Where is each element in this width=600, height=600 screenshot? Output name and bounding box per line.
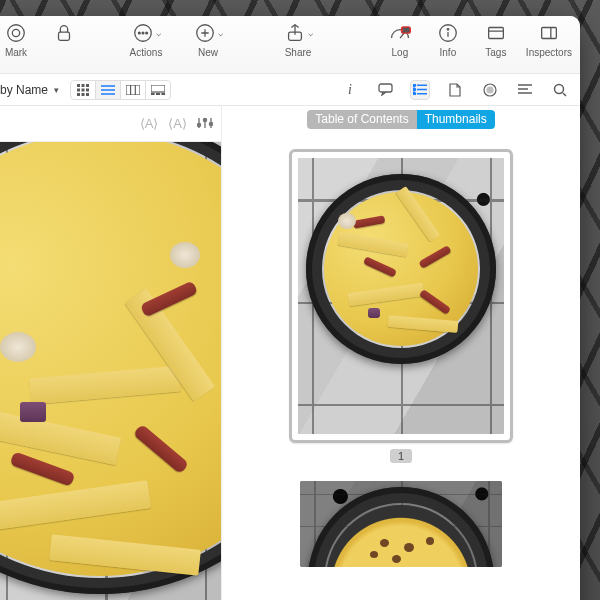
thumbnail-1[interactable]	[289, 149, 513, 443]
share-button[interactable]: ⌵ Share	[272, 22, 324, 58]
svg-rect-17	[86, 84, 89, 87]
share-label: Share	[285, 47, 312, 58]
svg-rect-24	[126, 85, 140, 95]
svg-rect-21	[77, 93, 80, 96]
thumbnail-2[interactable]	[300, 481, 502, 567]
thumbnail-list[interactable]: 1	[222, 135, 580, 579]
list-view-button[interactable]	[95, 80, 121, 100]
mark-label: Mark	[5, 47, 27, 58]
sliders-icon[interactable]	[197, 116, 213, 132]
text-style-bar: ⟨A⟩ ⟨A⟩	[0, 106, 221, 142]
svg-point-30	[413, 84, 415, 86]
document-preview[interactable]	[0, 142, 221, 600]
svg-point-5	[142, 32, 144, 34]
svg-rect-18	[77, 88, 80, 91]
svg-point-0	[8, 25, 25, 42]
right-pane: Table of Contents Thumbnails	[222, 106, 580, 600]
tab-toc[interactable]: Table of Contents	[307, 110, 416, 129]
new-label: New	[198, 47, 218, 58]
chevron-down-icon: ⌵	[218, 28, 223, 38]
svg-point-35	[555, 84, 564, 93]
columns-view-button[interactable]	[120, 80, 146, 100]
svg-point-32	[413, 93, 415, 95]
svg-point-12	[447, 29, 448, 30]
info-icon: i	[348, 82, 352, 98]
svg-point-37	[203, 118, 206, 121]
svg-rect-19	[82, 88, 85, 91]
grid-view-button[interactable]	[70, 80, 96, 100]
flag-circle-icon	[5, 22, 27, 44]
inspectors-label: Inspectors	[526, 47, 572, 58]
left-pane: ⟨A⟩ ⟨A⟩	[0, 106, 222, 600]
svg-rect-20	[86, 88, 89, 91]
comment-icon	[378, 83, 393, 96]
tags-button[interactable]: Tags	[478, 22, 514, 58]
speedometer-icon: 28	[389, 22, 411, 44]
lock-icon	[53, 22, 75, 44]
svg-rect-28	[162, 93, 165, 95]
svg-rect-27	[157, 93, 160, 95]
lines-icon	[518, 84, 532, 95]
svg-text:28: 28	[402, 27, 409, 33]
info-icon	[437, 22, 459, 44]
search-tool[interactable]	[550, 80, 570, 100]
new-button[interactable]: ⌵ New	[182, 22, 234, 58]
svg-point-1	[12, 29, 19, 36]
list-tool[interactable]	[410, 80, 430, 100]
sort-menu[interactable]: by Name ▾	[0, 80, 65, 100]
window-icon	[485, 22, 507, 44]
tab-thumbnails[interactable]: Thumbnails	[417, 110, 495, 129]
disc-icon	[483, 83, 497, 97]
svg-point-38	[209, 122, 212, 125]
actions-button[interactable]: ⌵ Actions	[120, 22, 172, 58]
lock-button[interactable]	[46, 22, 82, 58]
svg-rect-23	[86, 93, 89, 96]
inspectors-button[interactable]: Inspectors	[526, 22, 572, 58]
app-window: Mark ⌵ Actions ⌵ Ne	[0, 16, 580, 600]
svg-point-4	[138, 32, 140, 34]
gear-dots-icon	[132, 22, 154, 44]
svg-point-31	[413, 88, 415, 90]
svg-point-6	[145, 32, 147, 34]
svg-rect-16	[82, 84, 85, 87]
comment-tool[interactable]	[375, 80, 395, 100]
svg-rect-22	[82, 93, 85, 96]
svg-rect-14	[542, 28, 557, 39]
share-icon	[284, 22, 306, 44]
bullet-list-icon	[413, 84, 427, 95]
svg-rect-2	[59, 32, 70, 40]
sidebar-icon	[538, 22, 560, 44]
plus-circle-icon	[194, 22, 216, 44]
style-decrease-icon[interactable]: ⟨A⟩	[140, 116, 159, 131]
toolbar: Mark ⌵ Actions ⌵ Ne	[0, 16, 580, 74]
svg-rect-29	[379, 84, 392, 92]
svg-rect-15	[77, 84, 80, 87]
sub-toolbar: by Name ▾ i	[0, 74, 580, 106]
gallery-view-button[interactable]	[145, 80, 171, 100]
disc-tool[interactable]	[480, 80, 500, 100]
svg-rect-13	[489, 28, 504, 39]
page-icon	[449, 83, 461, 97]
content-area: ⟨A⟩ ⟨A⟩	[0, 106, 580, 600]
log-button[interactable]: 28 Log	[382, 22, 418, 58]
page-number-badge: 1	[390, 449, 412, 463]
log-label: Log	[392, 47, 409, 58]
chevron-down-icon: ⌵	[156, 28, 161, 38]
info-label: Info	[440, 47, 457, 58]
svg-rect-25	[151, 85, 165, 92]
layout-view-group	[71, 80, 171, 100]
style-increase-icon[interactable]: ⟨A⟩	[168, 116, 187, 131]
page-tool[interactable]	[445, 80, 465, 100]
chevron-down-icon: ⌵	[308, 28, 313, 38]
actions-label: Actions	[130, 47, 163, 58]
info-button[interactable]: Info	[430, 22, 466, 58]
search-icon	[553, 83, 567, 97]
info-tool[interactable]: i	[340, 80, 360, 100]
sort-label: by Name	[0, 83, 48, 97]
inspector-tools: i	[341, 80, 570, 100]
paragraph-tool[interactable]	[515, 80, 535, 100]
thumbnail-tabbar: Table of Contents Thumbnails	[222, 106, 580, 135]
tags-label: Tags	[485, 47, 506, 58]
svg-rect-26	[151, 93, 154, 95]
mark-button[interactable]: Mark	[0, 22, 34, 58]
